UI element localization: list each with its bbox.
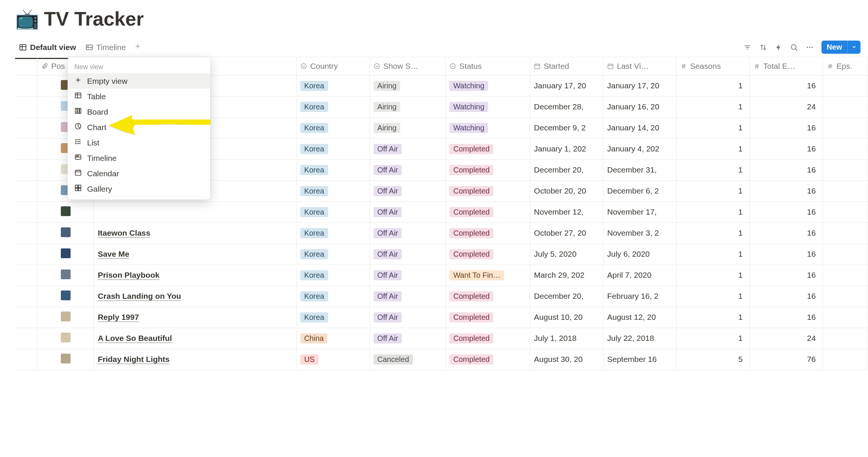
cell-last-viewed[interactable]: August 12, 20 [603,307,677,328]
cell-seasons[interactable]: 1 [677,117,750,138]
cell-started[interactable]: December 28, [530,96,603,117]
col-status[interactable]: Status [446,57,530,75]
cell-status[interactable]: Completed [446,138,530,159]
cell-started[interactable]: December 9, 2 [530,117,603,138]
cell-seasons[interactable]: 1 [677,75,750,96]
cell-country[interactable]: Korea [297,159,370,180]
cell-status[interactable]: Completed [446,328,530,349]
cell-status[interactable]: Completed [446,307,530,328]
cell-started[interactable]: July 5, 2020 [530,244,603,265]
cell-status[interactable]: Watching [446,117,530,138]
cell-status[interactable]: Completed [446,349,530,370]
cell-last-viewed[interactable]: December 6, 2 [603,180,677,201]
cell-show-status[interactable]: Canceled [370,349,446,370]
cell-country[interactable]: Korea [297,75,370,96]
cell-eps[interactable] [823,201,868,222]
cell-last-viewed[interactable]: January 17, 20 [603,75,677,96]
table-row[interactable]: Save MeKoreaOff AirCompletedJuly 5, 2020… [15,244,868,265]
cell-total-eps[interactable]: 16 [750,222,823,244]
cell-eps[interactable] [823,328,868,349]
row-gutter[interactable] [15,159,38,180]
cell-status[interactable]: Completed [446,159,530,180]
cell-seasons[interactable]: 1 [677,244,750,265]
col-show-status[interactable]: Show S… [370,57,446,75]
cell-total-eps[interactable]: 16 [750,180,823,201]
cell-country[interactable]: Korea [297,117,370,138]
tab-timeline[interactable]: Timeline [81,40,130,55]
cell-poster[interactable] [38,328,94,349]
cell-seasons[interactable]: 1 [677,328,750,349]
cell-seasons[interactable]: 1 [677,307,750,328]
cell-show-status[interactable]: Airing [370,75,446,96]
cell-started[interactable]: November 12, [530,201,603,222]
cell-country[interactable]: China [297,328,370,349]
more-button[interactable] [806,43,814,51]
cell-title[interactable]: Crash Landing on You [94,286,297,307]
tab-default-view[interactable]: Default view [15,40,80,55]
cell-eps[interactable] [823,180,868,201]
cell-show-status[interactable]: Off Air [370,265,446,286]
cell-title[interactable]: Reply 1997 [94,307,297,328]
cell-show-status[interactable]: Airing [370,117,446,138]
cell-title[interactable]: Itaewon Class [94,222,297,244]
row-gutter[interactable] [15,222,38,244]
cell-eps[interactable] [823,244,868,265]
cell-started[interactable]: August 10, 20 [530,307,603,328]
cell-started[interactable]: January 17, 20 [530,75,603,96]
row-gutter[interactable] [15,328,38,349]
cell-seasons[interactable]: 1 [677,138,750,159]
cell-show-status[interactable]: Off Air [370,328,446,349]
cell-show-status[interactable]: Off Air [370,286,446,307]
cell-last-viewed[interactable]: January 4, 202 [603,138,677,159]
cell-total-eps[interactable]: 16 [750,201,823,222]
popup-item-calendar[interactable]: Calendar [68,166,210,181]
new-button-chevron[interactable] [847,41,860,54]
table-row[interactable]: Crash Landing on YouKoreaOff AirComplete… [15,286,868,307]
cell-started[interactable]: December 20, [530,159,603,180]
popup-item-plus[interactable]: Empty view [68,73,210,89]
cell-country[interactable]: Korea [297,244,370,265]
row-gutter[interactable] [15,286,38,307]
col-started[interactable]: Started [530,57,603,75]
add-view-button[interactable] [131,40,145,54]
row-gutter[interactable] [15,244,38,265]
cell-title[interactable]: Save Me [94,244,297,265]
cell-poster[interactable] [38,201,94,222]
cell-last-viewed[interactable]: January 16, 20 [603,96,677,117]
cell-last-viewed[interactable]: February 16, 2 [603,286,677,307]
cell-eps[interactable] [823,75,868,96]
cell-eps[interactable] [823,265,868,286]
cell-seasons[interactable]: 1 [677,286,750,307]
cell-eps[interactable] [823,286,868,307]
popup-item-chart[interactable]: Chart [68,120,210,135]
cell-show-status[interactable]: Airing [370,96,446,117]
cell-total-eps[interactable]: 16 [750,117,823,138]
cell-started[interactable]: March 29, 202 [530,265,603,286]
cell-seasons[interactable]: 1 [677,265,750,286]
popup-item-gallery[interactable]: Gallery [68,181,210,197]
cell-total-eps[interactable]: 16 [750,138,823,159]
cell-started[interactable]: December 20, [530,286,603,307]
cell-total-eps[interactable]: 16 [750,244,823,265]
cell-seasons[interactable]: 1 [677,96,750,117]
cell-status[interactable]: Want To Fin… [446,265,530,286]
row-gutter[interactable] [15,96,38,117]
cell-started[interactable]: August 30, 20 [530,349,603,370]
table-row[interactable]: Prison PlaybookKoreaOff AirWant To Fin…M… [15,265,868,286]
cell-poster[interactable] [38,286,94,307]
cell-eps[interactable] [823,159,868,180]
cell-last-viewed[interactable]: January 14, 20 [603,117,677,138]
cell-show-status[interactable]: Off Air [370,180,446,201]
cell-last-viewed[interactable]: July 6, 2020 [603,244,677,265]
cell-show-status[interactable]: Off Air [370,307,446,328]
cell-seasons[interactable]: 1 [677,159,750,180]
popup-item-table[interactable]: Table [68,89,210,104]
cell-title[interactable]: A Love So Beautiful [94,328,297,349]
cell-eps[interactable] [823,222,868,244]
table-row[interactable]: Reply 1997KoreaOff AirCompletedAugust 10… [15,307,868,328]
filter-button[interactable] [743,43,752,51]
cell-eps[interactable] [823,96,868,117]
popup-item-list[interactable]: List [68,135,210,150]
cell-country[interactable]: US [297,349,370,370]
cell-country[interactable]: Korea [297,138,370,159]
